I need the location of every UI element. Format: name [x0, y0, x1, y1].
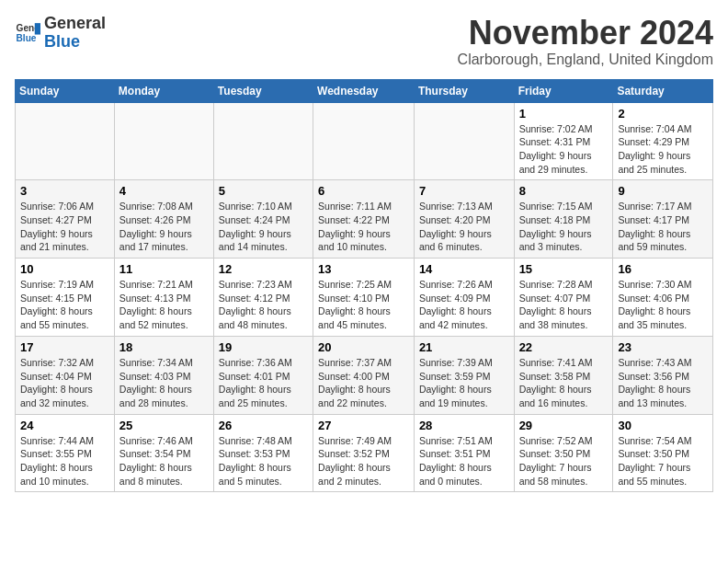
day-cell: 10Sunrise: 7:19 AMSunset: 4:15 PMDayligh…	[16, 259, 115, 337]
day-info: Sunrise: 7:43 AMSunset: 3:56 PMDaylight:…	[618, 356, 708, 410]
calendar-table: SundayMondayTuesdayWednesdayThursdayFrid…	[15, 79, 713, 493]
day-number: 19	[219, 340, 308, 354]
day-info: Sunrise: 7:06 AMSunset: 4:27 PMDaylight:…	[20, 200, 109, 254]
day-cell	[213, 102, 313, 180]
day-cell	[16, 102, 115, 180]
day-cell: 9Sunrise: 7:17 AMSunset: 4:17 PMDaylight…	[613, 180, 713, 259]
day-info: Sunrise: 7:04 AMSunset: 4:29 PMDaylight:…	[618, 122, 708, 177]
day-info: Sunrise: 7:44 AMSunset: 3:55 PMDaylight:…	[20, 434, 109, 488]
day-number: 12	[219, 262, 308, 276]
day-info: Sunrise: 7:28 AMSunset: 4:07 PMDaylight:…	[519, 278, 609, 332]
page-header: General Blue General Blue November 2024 …	[15, 15, 713, 68]
logo-blue: Blue	[44, 33, 106, 52]
day-number: 7	[419, 184, 509, 198]
day-info: Sunrise: 7:10 AMSunset: 4:24 PMDaylight:…	[219, 200, 308, 254]
day-number: 11	[119, 262, 209, 276]
day-number: 14	[419, 262, 509, 276]
day-info: Sunrise: 7:46 AMSunset: 3:54 PMDaylight:…	[119, 434, 209, 488]
day-cell	[414, 102, 514, 180]
col-header-thursday: Thursday	[414, 79, 514, 102]
week-row-3: 10Sunrise: 7:19 AMSunset: 4:15 PMDayligh…	[16, 259, 713, 337]
day-number: 1	[519, 107, 609, 121]
day-number: 27	[318, 419, 409, 432]
day-cell: 15Sunrise: 7:28 AMSunset: 4:07 PMDayligh…	[514, 259, 613, 337]
day-info: Sunrise: 7:41 AMSunset: 3:58 PMDaylight:…	[519, 356, 609, 410]
day-info: Sunrise: 7:37 AMSunset: 4:00 PMDaylight:…	[318, 356, 409, 410]
day-info: Sunrise: 7:39 AMSunset: 3:59 PMDaylight:…	[419, 356, 509, 410]
col-header-saturday: Saturday	[613, 79, 713, 102]
day-number: 15	[519, 262, 609, 276]
svg-marker-2	[35, 23, 40, 34]
day-info: Sunrise: 7:17 AMSunset: 4:17 PMDaylight:…	[618, 200, 708, 254]
day-number: 25	[119, 419, 209, 432]
week-row-5: 24Sunrise: 7:44 AMSunset: 3:55 PMDayligh…	[16, 414, 713, 492]
day-info: Sunrise: 7:19 AMSunset: 4:15 PMDaylight:…	[20, 278, 109, 332]
day-info: Sunrise: 7:49 AMSunset: 3:52 PMDaylight:…	[318, 434, 409, 488]
logo-icon: General Blue	[15, 20, 40, 46]
day-info: Sunrise: 7:34 AMSunset: 4:03 PMDaylight:…	[119, 356, 209, 410]
day-number: 2	[618, 107, 708, 121]
day-number: 13	[318, 262, 409, 276]
day-number: 4	[119, 184, 209, 198]
day-cell: 26Sunrise: 7:48 AMSunset: 3:53 PMDayligh…	[213, 414, 313, 492]
day-cell: 7Sunrise: 7:13 AMSunset: 4:20 PMDaylight…	[414, 180, 514, 259]
day-info: Sunrise: 7:08 AMSunset: 4:26 PMDaylight:…	[119, 200, 209, 254]
day-cell: 30Sunrise: 7:54 AMSunset: 3:50 PMDayligh…	[613, 414, 713, 492]
day-cell: 2Sunrise: 7:04 AMSunset: 4:29 PMDaylight…	[613, 102, 713, 180]
day-cell: 4Sunrise: 7:08 AMSunset: 4:26 PMDaylight…	[114, 180, 213, 259]
location: Clarborough, England, United Kingdom	[458, 52, 713, 68]
day-number: 21	[419, 340, 509, 354]
day-cell: 1Sunrise: 7:02 AMSunset: 4:31 PMDaylight…	[514, 102, 613, 180]
svg-text:Blue: Blue	[17, 33, 37, 43]
day-cell: 12Sunrise: 7:23 AMSunset: 4:12 PMDayligh…	[213, 259, 313, 337]
day-number: 29	[519, 419, 609, 432]
day-cell: 16Sunrise: 7:30 AMSunset: 4:06 PMDayligh…	[613, 259, 713, 337]
day-number: 8	[519, 184, 609, 198]
day-cell: 23Sunrise: 7:43 AMSunset: 3:56 PMDayligh…	[613, 336, 713, 414]
day-cell: 24Sunrise: 7:44 AMSunset: 3:55 PMDayligh…	[16, 414, 115, 492]
day-cell: 21Sunrise: 7:39 AMSunset: 3:59 PMDayligh…	[414, 336, 514, 414]
day-cell: 11Sunrise: 7:21 AMSunset: 4:13 PMDayligh…	[114, 259, 213, 337]
day-number: 9	[618, 184, 708, 198]
day-number: 30	[618, 419, 708, 432]
day-number: 5	[219, 184, 308, 198]
day-cell: 20Sunrise: 7:37 AMSunset: 4:00 PMDayligh…	[313, 336, 415, 414]
day-info: Sunrise: 7:15 AMSunset: 4:18 PMDaylight:…	[519, 200, 609, 254]
day-cell: 3Sunrise: 7:06 AMSunset: 4:27 PMDaylight…	[16, 180, 115, 259]
day-cell: 27Sunrise: 7:49 AMSunset: 3:52 PMDayligh…	[313, 414, 415, 492]
day-cell: 18Sunrise: 7:34 AMSunset: 4:03 PMDayligh…	[114, 336, 213, 414]
day-cell: 19Sunrise: 7:36 AMSunset: 4:01 PMDayligh…	[213, 336, 313, 414]
header-row: SundayMondayTuesdayWednesdayThursdayFrid…	[16, 79, 713, 102]
day-number: 16	[618, 262, 708, 276]
day-number: 18	[119, 340, 209, 354]
week-row-4: 17Sunrise: 7:32 AMSunset: 4:04 PMDayligh…	[16, 336, 713, 414]
day-info: Sunrise: 7:48 AMSunset: 3:53 PMDaylight:…	[219, 434, 308, 488]
day-info: Sunrise: 7:51 AMSunset: 3:51 PMDaylight:…	[419, 434, 509, 488]
day-info: Sunrise: 7:26 AMSunset: 4:09 PMDaylight:…	[419, 278, 509, 332]
day-number: 28	[419, 419, 509, 432]
day-cell	[114, 102, 213, 180]
week-row-2: 3Sunrise: 7:06 AMSunset: 4:27 PMDaylight…	[16, 180, 713, 259]
logo: General Blue General Blue	[15, 15, 106, 52]
day-cell: 6Sunrise: 7:11 AMSunset: 4:22 PMDaylight…	[313, 180, 415, 259]
day-cell: 13Sunrise: 7:25 AMSunset: 4:10 PMDayligh…	[313, 259, 415, 337]
day-info: Sunrise: 7:52 AMSunset: 3:50 PMDaylight:…	[519, 434, 609, 488]
day-cell: 5Sunrise: 7:10 AMSunset: 4:24 PMDaylight…	[213, 180, 313, 259]
day-number: 17	[20, 340, 109, 354]
day-info: Sunrise: 7:32 AMSunset: 4:04 PMDaylight:…	[20, 356, 109, 410]
day-number: 10	[20, 262, 109, 276]
day-cell: 28Sunrise: 7:51 AMSunset: 3:51 PMDayligh…	[414, 414, 514, 492]
day-cell: 25Sunrise: 7:46 AMSunset: 3:54 PMDayligh…	[114, 414, 213, 492]
day-number: 3	[20, 184, 109, 198]
day-number: 6	[318, 184, 409, 198]
col-header-sunday: Sunday	[16, 79, 115, 102]
day-info: Sunrise: 7:13 AMSunset: 4:20 PMDaylight:…	[419, 200, 509, 254]
day-info: Sunrise: 7:11 AMSunset: 4:22 PMDaylight:…	[318, 200, 409, 254]
month-title: November 2024	[458, 15, 713, 52]
col-header-wednesday: Wednesday	[313, 79, 415, 102]
day-info: Sunrise: 7:36 AMSunset: 4:01 PMDaylight:…	[219, 356, 308, 410]
day-cell: 8Sunrise: 7:15 AMSunset: 4:18 PMDaylight…	[514, 180, 613, 259]
day-cell: 29Sunrise: 7:52 AMSunset: 3:50 PMDayligh…	[514, 414, 613, 492]
day-number: 26	[219, 419, 308, 432]
day-number: 24	[20, 419, 109, 432]
